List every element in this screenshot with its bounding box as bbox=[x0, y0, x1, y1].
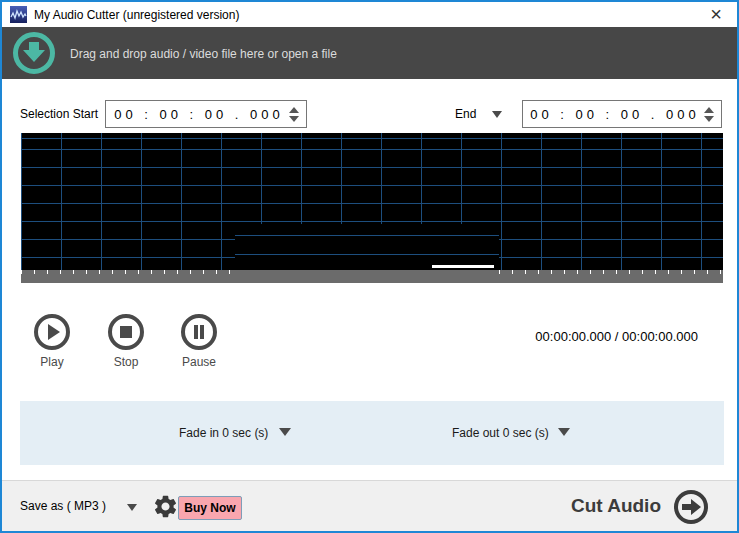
waveform-scrollbar[interactable] bbox=[21, 270, 723, 283]
play-button[interactable]: Play bbox=[29, 313, 75, 369]
buy-now-button[interactable]: Buy Now bbox=[178, 496, 242, 520]
title-bar: My Audio Cutter (unregistered version) × bbox=[2, 2, 737, 27]
pause-label: Pause bbox=[176, 355, 222, 369]
spin-up-icon[interactable] bbox=[289, 107, 299, 113]
close-icon[interactable]: × bbox=[705, 3, 727, 25]
fade-out-dropdown-icon[interactable] bbox=[558, 428, 570, 436]
selection-start-spin-buttons[interactable] bbox=[286, 107, 302, 122]
spin-up-icon[interactable] bbox=[704, 107, 714, 113]
selection-end-value[interactable]: 00 : 00 : 00 . 000 bbox=[523, 107, 701, 122]
selection-start-spinner[interactable]: 00 : 00 : 00 . 000 bbox=[105, 100, 307, 128]
fade-in-label: Fade in 0 sec (s) bbox=[179, 426, 268, 440]
waveform-display[interactable] bbox=[21, 133, 723, 270]
cut-audio-label[interactable]: Cut Audio bbox=[571, 495, 661, 517]
app-window: My Audio Cutter (unregistered version) ×… bbox=[0, 0, 739, 533]
play-icon bbox=[33, 313, 71, 351]
waveform-channel-band bbox=[235, 224, 499, 270]
stop-label: Stop bbox=[103, 355, 149, 369]
play-label: Play bbox=[29, 355, 75, 369]
waveform-gridline bbox=[235, 254, 499, 255]
save-as-label[interactable]: Save as ( MP3 ) bbox=[20, 499, 106, 513]
stop-icon bbox=[107, 313, 145, 351]
settings-gear-icon[interactable] bbox=[152, 493, 179, 520]
waveform-gridline bbox=[235, 235, 499, 236]
stop-button[interactable]: Stop bbox=[103, 313, 149, 369]
end-dropdown-icon[interactable] bbox=[492, 111, 502, 118]
fade-in-dropdown-icon[interactable] bbox=[279, 428, 291, 436]
waveform-cursor-segment bbox=[432, 265, 494, 268]
dropzone-message: Drag and drop audio / video file here or… bbox=[70, 47, 337, 61]
pause-icon bbox=[180, 313, 218, 351]
selection-start-label: Selection Start bbox=[20, 107, 98, 121]
spin-down-icon[interactable] bbox=[704, 116, 714, 122]
footer-bar: Save as ( MP3 ) Buy Now Cut Audio bbox=[2, 480, 737, 531]
pause-button[interactable]: Pause bbox=[176, 313, 222, 369]
ruler-ticks bbox=[499, 270, 723, 274]
selection-end-spinner[interactable]: 00 : 00 : 00 . 000 bbox=[522, 100, 722, 128]
playback-time-display: 00:00:00.000 / 00:00:00.000 bbox=[535, 329, 698, 344]
selection-end-label: End bbox=[455, 107, 476, 121]
spin-down-icon[interactable] bbox=[289, 116, 299, 122]
fade-panel: Fade in 0 sec (s) Fade out 0 sec (s) bbox=[20, 401, 724, 465]
cut-audio-arrow-icon[interactable] bbox=[673, 489, 709, 525]
fade-out-label: Fade out 0 sec (s) bbox=[452, 426, 549, 440]
app-logo-icon bbox=[10, 6, 27, 23]
save-as-dropdown-icon[interactable] bbox=[127, 504, 137, 511]
dropzone[interactable]: Drag and drop audio / video file here or… bbox=[2, 27, 737, 79]
selection-start-value[interactable]: 00 : 00 : 00 . 000 bbox=[106, 107, 286, 122]
open-file-download-icon[interactable] bbox=[12, 31, 56, 75]
selection-end-spin-buttons[interactable] bbox=[701, 107, 717, 122]
ruler-ticks bbox=[21, 270, 235, 274]
window-title: My Audio Cutter (unregistered version) bbox=[34, 8, 239, 22]
